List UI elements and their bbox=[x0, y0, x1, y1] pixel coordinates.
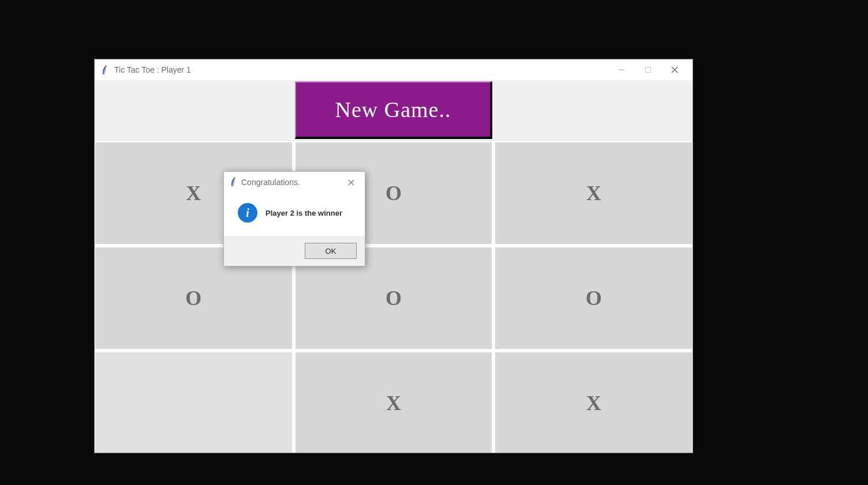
dialog-title: Congratulations. bbox=[241, 178, 300, 187]
close-icon bbox=[348, 179, 354, 186]
dialog-titlebar: Congratulations. bbox=[224, 172, 365, 193]
window-maximize-button[interactable] bbox=[635, 59, 661, 80]
dialog-body: i Player 2 is the winner bbox=[224, 193, 365, 236]
maximize-icon bbox=[645, 66, 652, 73]
dialog-ok-button[interactable]: OK bbox=[305, 243, 357, 259]
window-minimize-button[interactable] bbox=[608, 59, 635, 80]
board-cell-6[interactable] bbox=[95, 352, 293, 453]
congrats-dialog: Congratulations. i Player 2 is the winne… bbox=[223, 171, 365, 266]
game-board: X O X O O O X X bbox=[95, 141, 693, 453]
game-window: Tic Tac Toe : Player 1 New Game.. X O X … bbox=[95, 59, 693, 453]
window-close-button[interactable] bbox=[661, 59, 688, 80]
new-game-button[interactable]: New Game.. bbox=[295, 81, 492, 139]
window-title: Tic Tac Toe : Player 1 bbox=[114, 65, 191, 74]
feather-icon bbox=[100, 64, 108, 76]
board-cell-8[interactable]: X bbox=[495, 352, 693, 453]
dialog-footer: OK bbox=[224, 236, 365, 266]
dialog-close-button[interactable] bbox=[341, 172, 361, 193]
info-icon: i bbox=[238, 203, 257, 223]
header-strip: New Game.. bbox=[95, 80, 693, 141]
dialog-message: Player 2 is the winner bbox=[265, 209, 342, 217]
minimize-icon bbox=[618, 66, 625, 73]
feather-icon bbox=[230, 176, 237, 189]
close-icon bbox=[671, 66, 678, 73]
svg-rect-1 bbox=[646, 67, 651, 73]
board-cell-7[interactable]: X bbox=[295, 352, 493, 453]
window-titlebar: Tic Tac Toe : Player 1 bbox=[95, 59, 693, 80]
board-cell-2[interactable]: X bbox=[495, 142, 693, 245]
board-cell-5[interactable]: O bbox=[495, 247, 693, 349]
